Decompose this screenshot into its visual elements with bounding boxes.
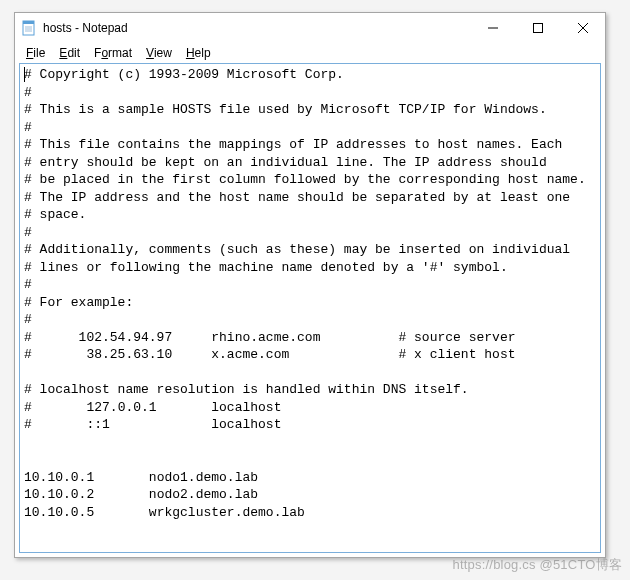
minimize-button[interactable]: [470, 13, 515, 43]
menubar: File Edit Format View Help: [15, 43, 605, 63]
menu-format[interactable]: Format: [87, 45, 139, 61]
maximize-icon: [533, 23, 543, 33]
svg-rect-1: [23, 21, 34, 24]
menu-help[interactable]: Help: [179, 45, 218, 61]
menu-view-rest: iew: [154, 46, 172, 60]
menu-edit-rest: dit: [67, 46, 80, 60]
menu-edit[interactable]: Edit: [52, 45, 87, 61]
menu-file[interactable]: File: [19, 45, 52, 61]
watermark: https://blog.cs @51CTO博客: [453, 556, 622, 574]
menu-help-rest: elp: [195, 46, 211, 60]
text-editor[interactable]: # Copyright (c) 1993-2009 Microsoft Corp…: [20, 64, 600, 552]
titlebar[interactable]: hosts - Notepad: [15, 13, 605, 43]
menu-view[interactable]: View: [139, 45, 179, 61]
editor-container: # Copyright (c) 1993-2009 Microsoft Corp…: [19, 63, 601, 553]
svg-rect-6: [533, 24, 542, 33]
menu-file-rest: ile: [33, 46, 45, 60]
notepad-icon: [21, 20, 37, 36]
menu-format-rest: rmat: [108, 46, 132, 60]
minimize-icon: [488, 23, 498, 33]
close-icon: [578, 23, 588, 33]
window-title: hosts - Notepad: [43, 21, 128, 35]
editor-content: # Copyright (c) 1993-2009 Microsoft Corp…: [24, 67, 586, 520]
close-button[interactable]: [560, 13, 605, 43]
notepad-window: hosts - Notepad File Edit Format View He…: [14, 12, 606, 558]
maximize-button[interactable]: [515, 13, 560, 43]
